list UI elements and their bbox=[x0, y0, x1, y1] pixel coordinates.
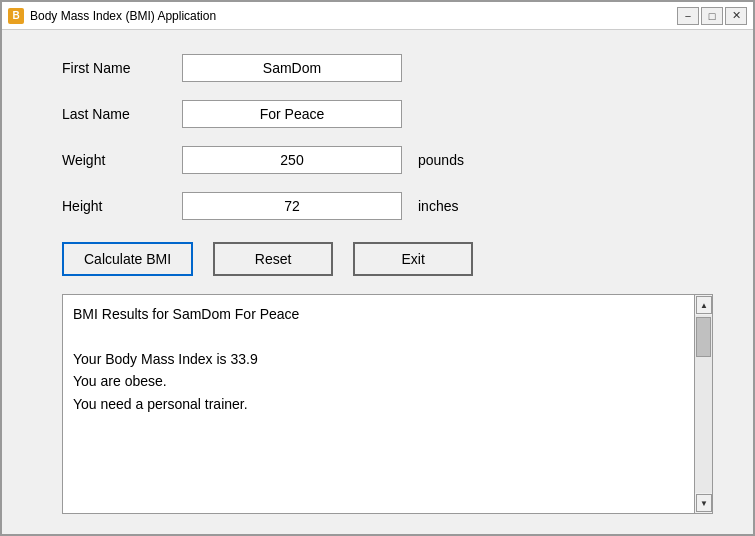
window-title: Body Mass Index (BMI) Application bbox=[30, 9, 216, 23]
results-container: BMI Results for SamDom For Peace Your Bo… bbox=[62, 294, 713, 514]
first-name-label: First Name bbox=[62, 60, 182, 76]
button-row: Calculate BMI Reset Exit bbox=[62, 242, 713, 276]
scroll-down-button[interactable]: ▼ bbox=[696, 494, 712, 512]
last-name-input[interactable] bbox=[182, 100, 402, 128]
first-name-input[interactable] bbox=[182, 54, 402, 82]
weight-unit: pounds bbox=[418, 152, 464, 168]
close-button[interactable]: ✕ bbox=[725, 7, 747, 25]
reset-button[interactable]: Reset bbox=[213, 242, 333, 276]
last-name-row: Last Name bbox=[62, 100, 713, 128]
scroll-up-button[interactable]: ▲ bbox=[696, 296, 712, 314]
exit-button[interactable]: Exit bbox=[353, 242, 473, 276]
window-controls: − □ ✕ bbox=[677, 7, 747, 25]
scrollbar-thumb bbox=[696, 317, 711, 357]
scrollbar-track[interactable] bbox=[695, 315, 712, 493]
title-bar-left: B Body Mass Index (BMI) Application bbox=[8, 8, 216, 24]
calculate-bmi-button[interactable]: Calculate BMI bbox=[62, 242, 193, 276]
title-bar: B Body Mass Index (BMI) Application − □ … bbox=[2, 2, 753, 30]
results-textarea[interactable]: BMI Results for SamDom For Peace Your Bo… bbox=[62, 294, 695, 514]
minimize-button[interactable]: − bbox=[677, 7, 699, 25]
height-input[interactable] bbox=[182, 192, 402, 220]
first-name-row: First Name bbox=[62, 54, 713, 82]
height-row: Height inches bbox=[62, 192, 713, 220]
weight-input[interactable] bbox=[182, 146, 402, 174]
maximize-button[interactable]: □ bbox=[701, 7, 723, 25]
main-window: B Body Mass Index (BMI) Application − □ … bbox=[0, 0, 755, 536]
weight-label: Weight bbox=[62, 152, 182, 168]
height-unit: inches bbox=[418, 198, 458, 214]
weight-row: Weight pounds bbox=[62, 146, 713, 174]
last-name-label: Last Name bbox=[62, 106, 182, 122]
height-label: Height bbox=[62, 198, 182, 214]
main-content: First Name Last Name Weight pounds Heigh… bbox=[2, 30, 753, 534]
app-icon: B bbox=[8, 8, 24, 24]
scrollbar: ▲ ▼ bbox=[695, 294, 713, 514]
